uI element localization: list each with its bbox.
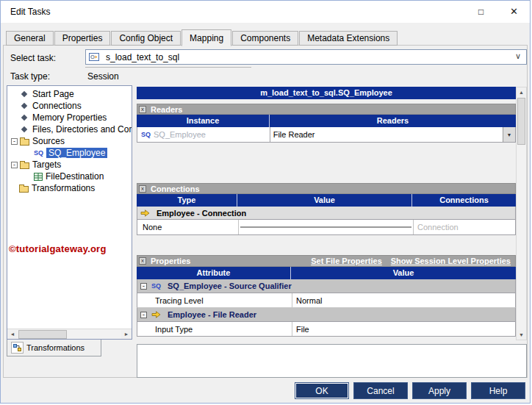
tree-item-sq-employee[interactable]: SQ SQ_Employee [7,147,132,159]
section-grip-icon[interactable]: x [139,106,146,113]
tree-item-label: Memory Properties [32,112,107,123]
properties-group-file-reader: - Employee - File Reader [137,308,516,322]
target-table-icon [34,173,43,181]
column-header-type: Type [137,194,237,207]
dropdown-arrow-icon[interactable]: ▼ [503,127,515,142]
tree-item-memory-properties[interactable]: Memory Properties [7,112,132,123]
reader-arrow-icon [140,209,150,217]
readers-table-row: SQ SQ_Employee File Reader ▼ [137,127,516,143]
source-qualifier-icon: SQ [151,282,161,290]
value-cell[interactable]: Normal [292,293,515,307]
instance-name: SQ_Employee [154,130,206,139]
tab-properties[interactable]: Properties [54,31,111,46]
collapse-icon[interactable]: - [11,162,18,168]
property-row-tracing-level: Tracing Level Normal [137,293,516,308]
task-type-value: Session [87,71,119,82]
properties-group-source-qualifier: - SQ SQ_Employee - Source Qualifier [137,279,516,293]
tab-transformations-bottom[interactable]: Transformations [7,340,101,356]
diamond-icon [21,115,27,121]
property-row-input-type: Input Type File [137,322,516,337]
tree-item-label: Sources [32,136,65,146]
reader-dropdown[interactable]: File Reader ▼ [270,127,515,142]
tab-mapping[interactable]: Mapping [181,29,231,46]
column-header-attribute: Attribute [137,267,291,279]
properties-links: Set File Properties Show Session Level P… [311,257,511,265]
scroll-down-icon[interactable]: ▼ [517,330,526,340]
instance-cell: SQ SQ_Employee [137,127,270,142]
folder-icon [19,186,29,193]
collapse-icon[interactable]: - [140,283,147,290]
ok-button[interactable]: OK [295,382,349,399]
transformations-icon [11,342,24,354]
tree-item-files-directories[interactable]: Files, Directories and Com [7,123,132,135]
select-task-dropdown[interactable]: s_load_text_to_sql ∨ [85,49,527,65]
connections-table-header: Type Value Connections [137,194,516,207]
session-task-icon [89,52,99,62]
section-grip-icon[interactable]: x [139,257,146,265]
tree-item-label: Files, Directories and Com [32,124,132,135]
connections-group-row: Employee - Connection [137,207,516,220]
scroll-left-icon[interactable]: ◄ [7,330,18,339]
scroll-right-icon[interactable]: ► [121,330,132,339]
readers-section-title: Readers [151,105,182,114]
scroll-up-icon[interactable]: ▲ [517,87,526,97]
scrollbar-thumb[interactable] [18,330,67,339]
show-session-level-properties-link[interactable]: Show Session Level Properties [391,257,511,265]
column-header-value: Value [291,267,516,279]
connection-type-cell: None [137,220,238,234]
tree-item-targets[interactable]: - Targets [7,159,132,171]
title-bar[interactable]: Edit Tasks □ ✕ [1,1,531,23]
tab-config-object[interactable]: Config Object [111,31,181,46]
connections-section-title: Connections [151,184,200,193]
source-qualifier-icon: SQ [141,131,151,138]
tree-item-filedestination[interactable]: FileDestination [7,171,132,182]
section-grip-icon[interactable]: x [139,185,146,193]
tree-item-label: Transformations [32,183,95,193]
tree-horizontal-scrollbar[interactable]: ◄ ► [7,329,132,339]
reader-arrow-icon [151,311,161,318]
properties-group-label: Employee - File Reader [168,310,256,319]
disabled-value-field [240,226,411,228]
divider [85,67,251,68]
panel-vertical-scrollbar[interactable]: ▲ ▼ [516,87,527,340]
folder-icon [20,139,29,146]
column-header-connections: Connections [412,194,516,207]
connections-section-header: x Connections [137,183,516,194]
tree-item-transformations[interactable]: Transformations [7,182,132,194]
tab-general[interactable]: General [6,31,54,46]
task-type-label: Task type: [10,71,50,82]
apply-button[interactable]: Apply [412,382,467,399]
tree-item-connections[interactable]: Connections [7,100,132,112]
window-title: Edit Tasks [10,1,50,23]
connections-group-label: Employee - Connection [157,209,246,218]
tree-item-label: Connections [32,101,82,111]
column-header-instance: Instance [137,115,270,127]
help-button[interactable]: Help [471,382,525,399]
tree-item-label: FileDestination [46,171,104,182]
attribute-cell: Input Type [137,322,292,336]
scrollbar-thumb[interactable] [517,98,525,145]
reader-value: File Reader [270,130,315,139]
tab-metadata-extensions[interactable]: Metadata Extensions [299,31,398,46]
collapse-icon[interactable]: - [140,312,147,318]
chevron-down-icon[interactable]: ∨ [515,51,521,61]
mapping-tree-panel: Start Page Connections Memory Properties… [7,85,132,340]
tree-item-start-page[interactable]: Start Page [7,88,132,100]
close-icon[interactable]: ✕ [497,1,531,23]
set-file-properties-link[interactable]: Set File Properties [311,257,382,265]
collapse-icon[interactable]: - [11,138,18,145]
readers-section-header: x Readers [137,104,516,115]
tree-item-label-selected: SQ_Employee [46,148,107,158]
cancel-button[interactable]: Cancel [353,382,408,399]
source-qualifier-icon: SQ [34,149,43,157]
value-cell[interactable]: File [292,322,515,336]
tree-item-sources[interactable]: - Sources [7,135,132,147]
properties-group-label: SQ_Employee - Source Qualifier [168,282,292,290]
diamond-icon [21,91,27,97]
connection-name-cell: Connection [413,220,515,234]
maximize-icon[interactable]: □ [464,1,497,23]
tree-item-label: Targets [32,160,61,170]
folder-icon [20,162,29,169]
connection-value-cell [238,220,413,234]
tab-components[interactable]: Components [232,31,298,46]
